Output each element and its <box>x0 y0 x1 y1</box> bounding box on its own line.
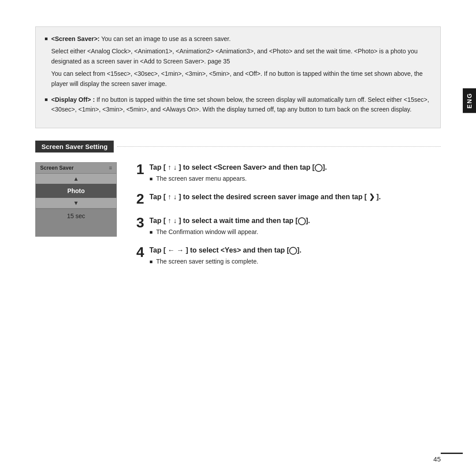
section-heading-label: Screen Saver Setting <box>35 141 114 152</box>
device-time-row: 15 sec <box>36 208 116 223</box>
step-1-number: 1 <box>130 162 144 176</box>
step-4-number: 4 <box>130 245 144 259</box>
step-2-number: 2 <box>130 192 144 206</box>
screen-saver-line1: <Screen Saver>: You can set an image to … <box>51 34 431 44</box>
step-4-instruction: Tap [ ← → ] to select <Yes> and then tap… <box>149 245 441 256</box>
nav-left-icon: ← → <box>166 246 186 254</box>
bullet-screen-saver-text: <Screen Saver>: You can set an image to … <box>51 34 431 91</box>
step-1-instruction: Tap [ ↑ ↓ ] to select <Screen Saver> and… <box>149 162 441 173</box>
step-4-sub: ■ The screen saver setting is complete. <box>149 258 441 265</box>
main-content: Screen Saver ≡ ▲ Photo ▼ 15 sec 1 <box>35 162 441 275</box>
bullet-display-off: ■ <Display Off> : If no button is tapped… <box>45 95 431 117</box>
device-mockup: Screen Saver ≡ ▲ Photo ▼ 15 sec <box>35 162 117 237</box>
step-1-bullet: ■ <box>149 176 152 182</box>
bullet-icon-1: ■ <box>45 35 48 43</box>
ok-button-icon-3 <box>298 217 306 225</box>
display-off-text: <Display Off> : If no button is tapped w… <box>51 95 431 115</box>
bullet-icon-2: ■ <box>45 96 48 104</box>
device-header-label: Screen Saver <box>40 165 74 171</box>
step-2: 2 Tap [ ↑ ↓ ] to select the desired scre… <box>130 192 441 206</box>
steps-content: 1 Tap [ ↑ ↓ ] to select <Screen Saver> a… <box>130 162 441 275</box>
step-4-sub-text: The screen saver setting is complete. <box>156 258 258 265</box>
step-4-bullet: ■ <box>149 259 152 265</box>
screen-saver-line2: Select either <Analog Clock>, <Animation… <box>51 46 431 66</box>
step-1-body: Tap [ ↑ ↓ ] to select <Screen Saver> and… <box>149 162 441 182</box>
step-3-sub-text: The Confirmation window will appear. <box>156 228 258 235</box>
info-box: ■ <Screen Saver>: You can set an image t… <box>35 26 441 128</box>
nav-up-icon: ↑ ↓ <box>166 164 178 171</box>
step-3-number: 3 <box>130 216 144 230</box>
page-number: 45 <box>433 455 441 463</box>
screen-saver-line3: You can select from <15sec>, <30sec>, <1… <box>51 69 431 89</box>
step-1-sub-text: The screen saver menu appears. <box>156 175 246 182</box>
step-3-body: Tap [ ↑ ↓ ] to select a wait time and th… <box>149 216 441 235</box>
step-2-instruction: Tap [ ↑ ↓ ] to select the desired screen… <box>149 192 441 202</box>
eng-tab: ENG <box>463 88 476 113</box>
step-3-sub: ■ The Confirmation window will appear. <box>149 228 441 235</box>
device-body: ▲ Photo ▼ 15 sec <box>36 174 116 236</box>
step-3-instruction: Tap [ ↑ ↓ ] to select a wait time and th… <box>149 216 441 226</box>
step-1: 1 Tap [ ↑ ↓ ] to select <Screen Saver> a… <box>130 162 441 182</box>
bullet-screen-saver: ■ <Screen Saver>: You can set an image t… <box>45 34 431 91</box>
step-4-body: Tap [ ← → ] to select <Yes> and then tap… <box>149 245 441 265</box>
page-container: ENG ■ <Screen Saver>: You can set an ima… <box>0 0 476 476</box>
device-header-icon: ≡ <box>109 165 112 171</box>
step-3: 3 Tap [ ↑ ↓ ] to select a wait time and … <box>130 216 441 235</box>
step-1-sub: ■ The screen saver menu appears. <box>149 175 441 182</box>
device-bottom <box>36 223 116 236</box>
step-2-body: Tap [ ↑ ↓ ] to select the desired screen… <box>149 192 441 205</box>
right-arrow-icon: ❯ <box>367 193 376 201</box>
ok-button-icon <box>315 164 323 172</box>
nav-up-icon-2: ↑ ↓ <box>166 193 178 201</box>
device-up-arrow: ▲ <box>36 174 116 184</box>
device-header: Screen Saver ≡ <box>36 163 116 174</box>
device-down-arrow: ▼ <box>36 198 116 208</box>
step-3-bullet: ■ <box>149 229 152 235</box>
page-line <box>441 453 463 454</box>
section-heading: Screen Saver Setting <box>35 141 441 152</box>
bullet-display-off-text: <Display Off> : If no button is tapped w… <box>51 95 431 117</box>
device-selected-row: Photo <box>36 184 116 198</box>
ok-button-icon-4 <box>289 247 297 255</box>
section-heading-line <box>117 146 441 147</box>
nav-up-icon-3: ↑ ↓ <box>166 217 178 224</box>
step-4: 4 Tap [ ← → ] to select <Yes> and then t… <box>130 245 441 265</box>
